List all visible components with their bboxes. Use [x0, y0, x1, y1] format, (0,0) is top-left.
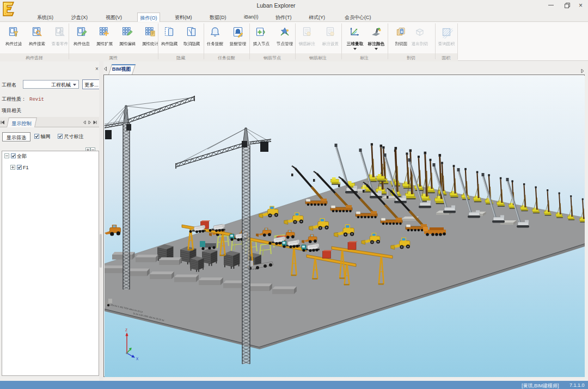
svg-text:Y: Y	[130, 348, 132, 351]
svg-text:Z: Z	[125, 328, 127, 332]
svg-text:X: X	[136, 357, 139, 361]
